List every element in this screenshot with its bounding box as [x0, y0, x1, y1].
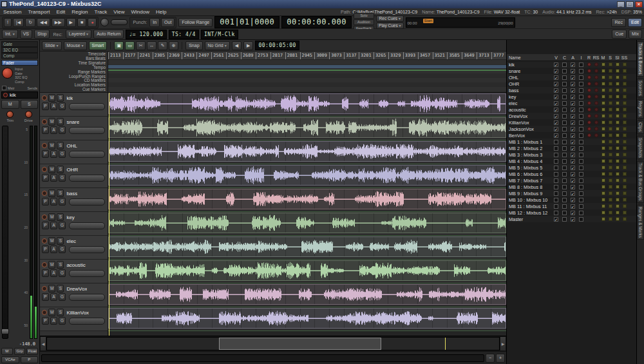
record-button[interactable]: ●: [88, 18, 97, 27]
c-checkbox[interactable]: [562, 75, 567, 80]
g-button[interactable]: G: [59, 126, 66, 134]
a-button[interactable]: A: [50, 102, 57, 110]
s-indicator[interactable]: [609, 172, 612, 176]
page-cue-button[interactable]: Cue: [612, 30, 627, 39]
a-checkbox[interactable]: ✓: [571, 69, 575, 73]
c-checkbox[interactable]: [562, 217, 567, 222]
s-indicator[interactable]: [609, 114, 612, 118]
input-gain-knob[interactable]: [2, 68, 13, 79]
m-indicator[interactable]: [601, 82, 605, 86]
rec-indicator[interactable]: [587, 69, 591, 73]
rec-indicator[interactable]: [587, 101, 591, 105]
a-button[interactable]: A: [50, 245, 57, 253]
gain-slider[interactable]: [69, 294, 105, 301]
record-enable-button[interactable]: [42, 286, 47, 291]
m-indicator[interactable]: [601, 211, 605, 215]
m-indicator[interactable]: [601, 69, 605, 73]
tool-range[interactable]: ▭: [125, 41, 135, 50]
track-list-row[interactable]: bass✓✓: [507, 87, 636, 93]
c-checkbox[interactable]: [562, 198, 567, 202]
c-checkbox[interactable]: [562, 108, 567, 112]
m-indicator[interactable]: [601, 198, 605, 202]
a-checkbox[interactable]: ✓: [571, 191, 575, 196]
play-cues-button[interactable]: Play Cues ▾: [376, 23, 403, 29]
rec-indicator[interactable]: [587, 133, 591, 137]
m-indicator[interactable]: [601, 120, 605, 124]
track-header-kik[interactable]: MSkikPAG: [40, 93, 108, 117]
menu-region[interactable]: Region: [68, 9, 91, 15]
audio-region[interactable]: [108, 284, 506, 305]
solo-button[interactable]: S: [57, 118, 64, 126]
nudge-back-button[interactable]: ◀: [232, 41, 242, 50]
si-indicator[interactable]: [616, 133, 620, 137]
ss-indicator[interactable]: [623, 95, 627, 99]
zoom-in-button[interactable]: +: [496, 354, 505, 363]
rec-indicator[interactable]: [587, 95, 591, 99]
track-list-row[interactable]: acoustic✓✓: [507, 106, 636, 113]
page-mix-button[interactable]: Mix: [629, 30, 642, 39]
menu-transport[interactable]: Transport: [24, 9, 53, 15]
v-checkbox[interactable]: ✓: [554, 127, 558, 131]
tab-ranges-marks[interactable]: Ranges & Marks: [637, 205, 644, 240]
si-indicator[interactable]: [616, 185, 620, 189]
v-checkbox[interactable]: ✓: [554, 120, 558, 125]
ss-indicator[interactable]: [623, 127, 627, 131]
track-lane-killianvox[interactable]: [108, 307, 506, 331]
track-list-row[interactable]: BenVox✓✓: [507, 132, 636, 139]
tab-tracks-busses[interactable]: Tracks & Busses: [637, 41, 644, 77]
edit-point-button[interactable]: Slide ▾: [42, 41, 62, 50]
g-button[interactable]: G: [59, 293, 66, 301]
a-checkbox[interactable]: ✓: [571, 101, 575, 106]
rec-indicator[interactable]: [587, 82, 591, 86]
v-checkbox[interactable]: ✓: [554, 217, 558, 222]
a-checkbox[interactable]: ✓: [571, 82, 575, 86]
solo-button[interactable]: S: [57, 166, 64, 173]
m-indicator[interactable]: [601, 153, 605, 157]
record-enable-icon[interactable]: [3, 93, 8, 97]
tool-cut[interactable]: ✂: [136, 41, 146, 50]
primary-clock[interactable]: 001|01|0000: [214, 16, 279, 28]
c-checkbox[interactable]: [562, 62, 567, 67]
solo-button[interactable]: S: [57, 94, 64, 102]
a-checkbox[interactable]: ✓: [571, 153, 575, 157]
record-enable-button[interactable]: [42, 262, 47, 267]
mute-button[interactable]: M: [48, 166, 55, 173]
rec-indicator[interactable]: [587, 108, 591, 111]
rec-safe-indicator[interactable]: [594, 127, 598, 131]
track-lane-kik[interactable]: [108, 93, 506, 117]
mute-button[interactable]: M: [48, 189, 55, 197]
col-name[interactable]: Name: [507, 55, 552, 60]
ss-indicator[interactable]: [623, 211, 627, 215]
s-indicator[interactable]: [609, 120, 612, 124]
title-bar[interactable]: ThePond_140123-C9 - Mixbus32C _ □ ✕: [0, 0, 644, 8]
track-list-row[interactable]: MB 7 : Mixbus 7✓: [507, 177, 636, 184]
col-m[interactable]: M: [600, 55, 607, 60]
rec-safe-indicator[interactable]: [594, 133, 598, 137]
mstr-checkbox[interactable]: [2, 86, 6, 90]
i-checkbox[interactable]: [579, 204, 583, 209]
ss-indicator[interactable]: [623, 114, 627, 118]
fader-processor[interactable]: Fader: [1, 60, 38, 66]
g-button[interactable]: G: [59, 317, 66, 325]
stop-button[interactable]: ■: [77, 18, 86, 27]
s-indicator[interactable]: [609, 159, 612, 163]
punch-out-button[interactable]: Out: [161, 18, 175, 27]
si-indicator[interactable]: [616, 217, 620, 221]
s-indicator[interactable]: [609, 217, 612, 221]
v-checkbox[interactable]: ✓: [554, 95, 558, 99]
si-indicator[interactable]: [616, 191, 620, 195]
s-indicator[interactable]: [609, 198, 612, 202]
ss-indicator[interactable]: [623, 108, 627, 111]
track-list-row[interactable]: MB 2 : Mixbus 2✓: [507, 145, 636, 151]
clock-source-display[interactable]: INT/M-Clk: [201, 30, 238, 39]
gain-slider[interactable]: [69, 127, 105, 134]
summary-strip[interactable]: [46, 337, 500, 350]
summary-scroll-right-button[interactable]: ▶: [500, 336, 506, 351]
ss-indicator[interactable]: [623, 172, 627, 176]
rec-indicator[interactable]: [587, 120, 591, 124]
gain-slider[interactable]: [69, 246, 105, 253]
rec-indicator[interactable]: [587, 62, 591, 66]
horizontal-scrollbar[interactable]: [41, 354, 484, 362]
s-indicator[interactable]: [609, 82, 612, 86]
v-checkbox[interactable]: ✓: [554, 82, 558, 86]
